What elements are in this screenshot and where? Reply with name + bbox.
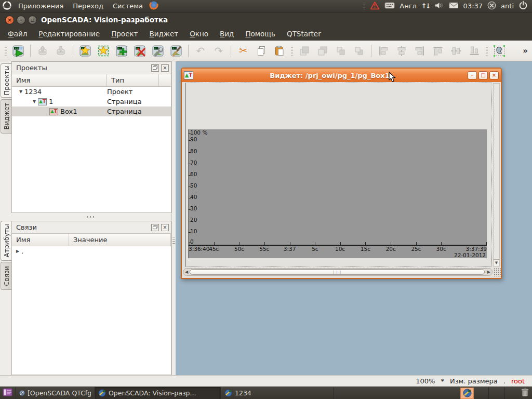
app-menubar: Файл Редактирование Проект Виджет Окно В… bbox=[0, 27, 532, 41]
network-arrows-icon[interactable]: ↑↓ bbox=[421, 2, 430, 10]
menu-widget[interactable]: Виджет bbox=[144, 29, 183, 39]
menu-view[interactable]: Вид bbox=[215, 29, 238, 39]
tree-row-page-1[interactable]: ▼ ▲T 1 Страница bbox=[12, 97, 171, 107]
menu-qtstarter[interactable]: QTStarter bbox=[282, 29, 326, 39]
raise-icon[interactable] bbox=[332, 43, 349, 59]
mail-icon[interactable] bbox=[449, 2, 459, 10]
panel-grip[interactable] bbox=[363, 3, 365, 10]
menu-edit[interactable]: Редактирование bbox=[34, 29, 104, 39]
child-window-titlebar[interactable]: ▲T Виджет: /prj_owi/pg_1/pg_Box1 – □ × bbox=[182, 69, 501, 82]
toolbar-overflow-icon[interactable]: » bbox=[523, 46, 529, 56]
tab-widget[interactable]: Виджет bbox=[1, 99, 11, 134]
save-to-db-icon[interactable] bbox=[52, 43, 69, 59]
power-icon[interactable] bbox=[518, 1, 528, 11]
trash-icon[interactable] bbox=[521, 388, 532, 398]
elfigure-cursor-icon[interactable] bbox=[491, 43, 508, 59]
links-row-root[interactable]: ▶ . bbox=[12, 246, 171, 256]
add-visual-item-icon[interactable] bbox=[113, 43, 130, 59]
window-maximize-button[interactable]: ▫ bbox=[28, 16, 37, 24]
menu-project[interactable]: Проект bbox=[107, 29, 142, 39]
vertical-scrollbar[interactable]: ▼ bbox=[493, 83, 500, 267]
scroll-right-icon[interactable]: ▶ bbox=[486, 270, 492, 274]
links-close-button[interactable]: × bbox=[161, 224, 169, 231]
keyboard-layout-indicator[interactable]: Англ bbox=[400, 2, 417, 10]
run-widget-icon[interactable] bbox=[10, 43, 26, 59]
tab-attributes[interactable]: Атрибуты bbox=[1, 221, 11, 261]
window-minimize-button[interactable]: – bbox=[17, 16, 25, 24]
visual-item-properties-icon[interactable] bbox=[150, 43, 166, 59]
delete-visual-item-icon[interactable] bbox=[131, 43, 148, 59]
projects-panel-title: Проекты bbox=[16, 64, 47, 72]
links-col-value[interactable]: Значение bbox=[69, 234, 171, 246]
taskbar-window-1234[interactable]: 1234 bbox=[221, 387, 334, 399]
clock[interactable]: 03:37 bbox=[463, 2, 483, 10]
lower-to-bottom-icon[interactable] bbox=[314, 43, 331, 59]
window-close-button[interactable]: × bbox=[5, 16, 14, 24]
status-dot: . bbox=[503, 377, 506, 385]
tray-openscada-icon[interactable] bbox=[460, 388, 474, 399]
user-badge-icon[interactable] bbox=[487, 1, 496, 11]
projects-col-type[interactable]: Тип bbox=[107, 74, 159, 86]
toolbar-grip[interactable] bbox=[486, 46, 488, 56]
show-desktop-icon[interactable] bbox=[0, 388, 15, 398]
align-right-icon[interactable] bbox=[411, 43, 428, 59]
projects-float-button[interactable] bbox=[151, 64, 159, 72]
load-from-db-icon[interactable] bbox=[34, 43, 51, 59]
links-col-name[interactable]: Имя bbox=[12, 234, 69, 246]
redo-icon[interactable]: ↷ bbox=[210, 43, 227, 59]
taskbar-window-vision[interactable]: OpenSCADA: Vision-разр... bbox=[95, 387, 221, 399]
tab-projects[interactable]: Проекты bbox=[1, 63, 11, 98]
username[interactable]: anti bbox=[501, 2, 514, 10]
align-horiz-center-icon[interactable] bbox=[393, 43, 410, 59]
dock-mdi-splitter[interactable] bbox=[171, 61, 176, 375]
taskbar-window-qtcfg[interactable]: [OpenSCADA QTCfg: Wor... bbox=[16, 387, 95, 399]
dock-splitter[interactable] bbox=[11, 213, 171, 221]
child-close-button[interactable]: × bbox=[489, 71, 499, 79]
tree-row-project-1234[interactable]: ▼ 1234 Проект bbox=[12, 87, 171, 97]
collapse-icon[interactable]: ▶ bbox=[16, 249, 21, 254]
horizontal-scrollbar[interactable]: ◀ | | | ▶ bbox=[183, 268, 493, 276]
child-maximize-button[interactable]: □ bbox=[478, 71, 488, 79]
copy-icon[interactable] bbox=[253, 43, 270, 59]
menu-places[interactable]: Переход bbox=[70, 1, 107, 11]
align-bottom-icon[interactable] bbox=[466, 43, 483, 59]
menu-system[interactable]: Система bbox=[110, 1, 146, 11]
raise-to-top-icon[interactable] bbox=[296, 43, 313, 59]
toolbar-grip[interactable] bbox=[5, 46, 7, 56]
warning-icon[interactable] bbox=[370, 1, 380, 11]
menu-help[interactable]: Помощь bbox=[241, 29, 280, 39]
child-minimize-button[interactable]: – bbox=[468, 71, 477, 79]
align-top-icon[interactable] bbox=[430, 43, 446, 59]
menu-window[interactable]: Окно bbox=[185, 29, 213, 39]
taskbar: [OpenSCADA QTCfg: Wor... OpenSCADA: Visi… bbox=[0, 387, 532, 399]
cut-icon[interactable]: ✂ bbox=[235, 43, 251, 59]
page-edit-area[interactable]: 100 % 90 80 70 60 50 40 30 20 10 0 bbox=[182, 82, 501, 278]
horizontal-scrollbar-thumb[interactable]: | | | bbox=[190, 269, 485, 275]
new-from-library-icon[interactable] bbox=[95, 43, 112, 59]
lower-icon[interactable] bbox=[351, 43, 367, 59]
expander-icon[interactable]: ▼ bbox=[33, 99, 38, 104]
projects-close-button[interactable]: × bbox=[161, 64, 169, 72]
links-float-button[interactable] bbox=[151, 224, 159, 231]
scroll-down-icon[interactable]: ▼ bbox=[494, 259, 499, 266]
toolbar-grip[interactable] bbox=[291, 46, 293, 56]
new-visual-item-icon[interactable] bbox=[77, 43, 94, 59]
resize-grip[interactable] bbox=[493, 268, 501, 276]
paste-icon[interactable] bbox=[271, 43, 288, 59]
expander-icon[interactable]: ▼ bbox=[19, 89, 24, 94]
ubuntu-logo-icon[interactable] bbox=[2, 1, 12, 12]
menu-file[interactable]: Файл bbox=[3, 29, 32, 39]
menu-applications[interactable]: Приложения bbox=[15, 1, 66, 11]
keyboard-icon[interactable] bbox=[384, 2, 395, 10]
align-vert-center-icon[interactable] bbox=[448, 43, 464, 59]
volume-icon[interactable] bbox=[434, 2, 444, 11]
firefox-icon[interactable] bbox=[149, 1, 158, 11]
tree-row-page-box1[interactable]: ▲T Box1 Страница bbox=[12, 107, 171, 116]
undo-icon[interactable]: ↶ bbox=[192, 43, 209, 59]
projects-col-name[interactable]: Имя bbox=[12, 74, 107, 86]
edit-visual-item-icon[interactable] bbox=[168, 43, 184, 59]
trend-diagram-widget[interactable]: 100 % 90 80 70 60 50 40 30 20 10 0 bbox=[188, 129, 487, 258]
scroll-left-icon[interactable]: ◀ bbox=[183, 270, 190, 274]
tab-links[interactable]: Связи bbox=[1, 262, 11, 290]
align-left-icon[interactable] bbox=[375, 43, 392, 59]
